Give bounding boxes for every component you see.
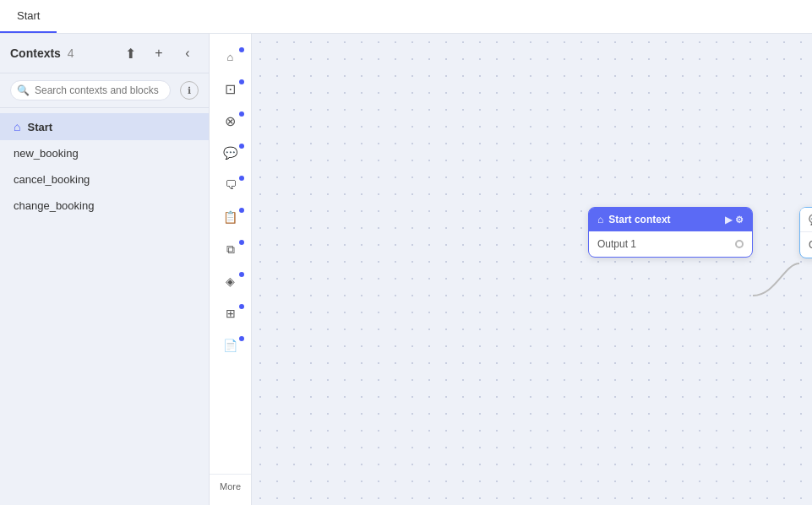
- node-start-gear-button[interactable]: ⚙: [735, 214, 744, 225]
- connectors-svg: [252, 34, 812, 505]
- node-start-output-handle[interactable]: [735, 240, 744, 248]
- input-dot: [239, 79, 244, 84]
- close-circle-panel-icon: ⊗: [225, 113, 236, 129]
- top-bar: Start: [0, 0, 812, 34]
- document-panel-icon: 📋: [223, 210, 237, 224]
- sidebar-item-change-booking[interactable]: change_booking: [0, 193, 209, 219]
- node-start-actions: ▶ ⚙: [725, 214, 744, 225]
- panel-chat[interactable]: 💬: [213, 137, 248, 169]
- more-button[interactable]: More: [210, 474, 251, 498]
- search-bar: 🔍 ℹ: [0, 73, 209, 108]
- sidebar-count: 4: [68, 46, 74, 60]
- diamond-panel-icon: ◈: [226, 274, 235, 288]
- node-start-body: Output 1: [589, 231, 752, 257]
- panel-diamond[interactable]: ◈: [213, 265, 248, 297]
- chat-panel-icon: 💬: [223, 146, 237, 160]
- canvas[interactable]: ⌂ Start context ▶ ⚙ Output 1 💬 Greetings: [252, 34, 812, 505]
- sidebar-item-new-booking[interactable]: new_booking: [0, 140, 209, 166]
- home-icon: ⌂: [14, 120, 20, 133]
- node-start-output: Output 1: [597, 238, 744, 250]
- copy-panel-icon: ⧉: [226, 242, 235, 257]
- greetings-node-chat-icon: 💬: [809, 214, 812, 225]
- icon-panel: ⌂ ⊡ ⊗ 💬 🗨 📋 ⧉ ◈: [210, 34, 252, 505]
- panel-input[interactable]: ⊡: [213, 73, 248, 105]
- sidebar-list: ⌂ Start new_booking cancel_booking chang…: [0, 108, 209, 505]
- grid-dot: [239, 304, 244, 309]
- sidebar-item-label: change_booking: [14, 199, 94, 212]
- info-button[interactable]: ℹ: [180, 81, 199, 100]
- node-start-header: ⌂ Start context ▶ ⚙: [589, 208, 752, 231]
- panel-grid[interactable]: ⊞: [213, 297, 248, 329]
- node-greetings-header: 💬 Greetings ▶ ⚙: [800, 208, 812, 232]
- node-start-title: Start context: [608, 214, 670, 225]
- diamond-dot: [239, 272, 244, 277]
- sidebar-title: Contexts 4: [10, 46, 112, 60]
- file-dot: [239, 336, 244, 341]
- node-greetings-body: Output 1: [800, 232, 812, 258]
- home-dot: [239, 47, 244, 52]
- sidebar-item-start[interactable]: ⌂ Start: [0, 113, 209, 140]
- start-node-home-icon: ⌂: [597, 214, 603, 225]
- panel-close-circle[interactable]: ⊗: [213, 105, 248, 137]
- panel-document[interactable]: 📋: [213, 201, 248, 233]
- message-dot: [239, 176, 244, 181]
- sidebar-item-label: Start: [27, 121, 52, 133]
- collapse-button[interactable]: ‹: [177, 42, 199, 64]
- home-panel-icon: ⌂: [227, 51, 234, 63]
- node-start[interactable]: ⌂ Start context ▶ ⚙ Output 1: [588, 207, 753, 258]
- main-layout: Contexts 4 ⬆ + ‹ 🔍 ℹ ⌂ Start new_booking: [0, 34, 812, 505]
- chat-dot: [239, 144, 244, 149]
- panel-copy[interactable]: ⧉: [213, 233, 248, 265]
- sidebar-item-cancel-booking[interactable]: cancel_booking: [0, 166, 209, 193]
- copy-dot: [239, 240, 244, 245]
- upload-button[interactable]: ⬆: [119, 42, 141, 64]
- add-context-button[interactable]: +: [148, 42, 170, 64]
- panel-home[interactable]: ⌂: [213, 41, 248, 73]
- panel-message[interactable]: 🗨: [213, 169, 248, 201]
- sidebar: Contexts 4 ⬆ + ‹ 🔍 ℹ ⌂ Start new_booking: [0, 34, 210, 505]
- node-greetings-output-label: Output 1: [809, 239, 812, 251]
- node-greetings-output: Output 1: [809, 239, 812, 251]
- close-circle-dot: [239, 111, 244, 117]
- panel-file[interactable]: 📄: [213, 329, 248, 361]
- node-start-output-label: Output 1: [597, 238, 636, 250]
- node-start-play-button[interactable]: ▶: [725, 214, 732, 225]
- sidebar-header: Contexts 4 ⬆ + ‹: [0, 34, 209, 73]
- node-greetings[interactable]: 💬 Greetings ▶ ⚙ Output 1: [799, 207, 812, 258]
- input-panel-icon: ⊡: [225, 81, 236, 97]
- message-panel-icon: 🗨: [225, 178, 237, 192]
- search-wrapper: 🔍: [10, 80, 175, 100]
- sidebar-item-label: new_booking: [14, 147, 79, 160]
- document-dot: [239, 208, 244, 213]
- sidebar-item-label: cancel_booking: [14, 173, 90, 186]
- grid-panel-icon: ⊞: [226, 307, 236, 320]
- tab-start[interactable]: Start: [0, 0, 57, 33]
- search-input[interactable]: [10, 80, 171, 100]
- search-icon: 🔍: [17, 84, 30, 96]
- file-panel-icon: 📄: [223, 339, 237, 352]
